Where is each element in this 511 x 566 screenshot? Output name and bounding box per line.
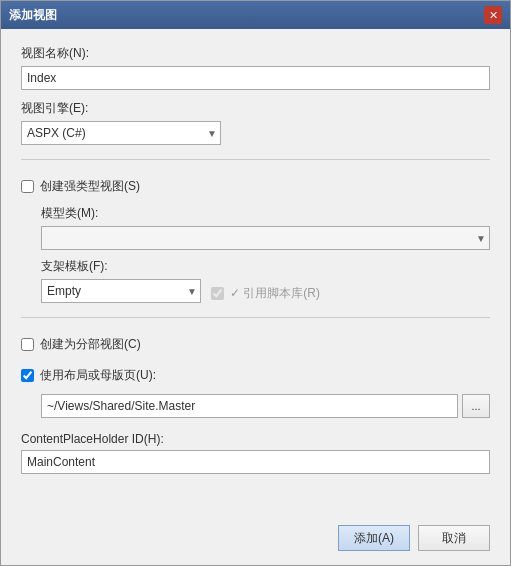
model-class-label: 模型类(M): bbox=[41, 205, 490, 222]
divider-1 bbox=[21, 159, 490, 160]
layout-path-input[interactable] bbox=[41, 394, 458, 418]
layout-path-row: ... bbox=[41, 394, 490, 418]
title-text: 添加视图 bbox=[9, 7, 57, 24]
view-engine-wrapper: ASPX (C#) Razor (C#) ASPX (VB) Razor (VB… bbox=[21, 121, 221, 145]
title-bar: 添加视图 ✕ bbox=[1, 1, 510, 29]
content-placeholder-label: ContentPlaceHolder ID(H): bbox=[21, 432, 490, 446]
view-engine-label: 视图引擎(E): bbox=[21, 100, 490, 117]
reference-scripts-label: ✓ 引用脚本库(R) bbox=[230, 285, 320, 302]
view-name-group: 视图名称(N): bbox=[21, 45, 490, 90]
model-class-wrapper: ▼ bbox=[41, 226, 490, 250]
partial-view-checkbox[interactable] bbox=[21, 338, 34, 351]
layout-path-section: ... bbox=[21, 394, 490, 418]
content-placeholder-group: ContentPlaceHolder ID(H): bbox=[21, 432, 490, 474]
strongly-typed-checkbox[interactable] bbox=[21, 180, 34, 193]
reference-scripts-row: ✓ 引用脚本库(R) bbox=[211, 285, 320, 302]
scaffold-select[interactable]: Empty Create Delete Details Edit List bbox=[41, 279, 201, 303]
divider-2 bbox=[21, 317, 490, 318]
partial-view-row: 创建为分部视图(C) bbox=[21, 336, 490, 353]
form-content: 视图名称(N): 视图引擎(E): ASPX (C#) Razor (C#) A… bbox=[1, 29, 510, 515]
view-engine-group: 视图引擎(E): ASPX (C#) Razor (C#) ASPX (VB) … bbox=[21, 100, 490, 145]
browse-button[interactable]: ... bbox=[462, 394, 490, 418]
strongly-typed-label: 创建强类型视图(S) bbox=[40, 178, 140, 195]
footer: 添加(A) 取消 bbox=[1, 515, 510, 565]
use-layout-row: 使用布局或母版页(U): bbox=[21, 367, 490, 384]
use-layout-label: 使用布局或母版页(U): bbox=[40, 367, 156, 384]
scaffold-template-group: 支架模板(F): Empty Create Delete Details Edi… bbox=[41, 258, 490, 303]
view-name-label: 视图名称(N): bbox=[21, 45, 490, 62]
add-button[interactable]: 添加(A) bbox=[338, 525, 410, 551]
scaffold-template-label: 支架模板(F): bbox=[41, 258, 490, 275]
reference-scripts-checkbox bbox=[211, 287, 224, 300]
dialog-window: 添加视图 ✕ 视图名称(N): 视图引擎(E): ASPX (C#) Razor… bbox=[0, 0, 511, 566]
use-layout-checkbox[interactable] bbox=[21, 369, 34, 382]
strongly-typed-row: 创建强类型视图(S) bbox=[21, 178, 490, 195]
view-name-input[interactable] bbox=[21, 66, 490, 90]
view-engine-select[interactable]: ASPX (C#) Razor (C#) ASPX (VB) Razor (VB… bbox=[21, 121, 221, 145]
content-placeholder-input[interactable] bbox=[21, 450, 490, 474]
model-class-select[interactable] bbox=[41, 226, 490, 250]
scaffold-inline-row: Empty Create Delete Details Edit List ▼ … bbox=[41, 279, 490, 303]
scaffold-wrapper: Empty Create Delete Details Edit List ▼ bbox=[41, 279, 201, 303]
cancel-button[interactable]: 取消 bbox=[418, 525, 490, 551]
model-class-group: 模型类(M): ▼ bbox=[41, 205, 490, 250]
strongly-typed-section: 模型类(M): ▼ 支架模板(F): Empty Create Delete bbox=[21, 205, 490, 303]
close-button[interactable]: ✕ bbox=[484, 6, 502, 24]
partial-view-label: 创建为分部视图(C) bbox=[40, 336, 141, 353]
